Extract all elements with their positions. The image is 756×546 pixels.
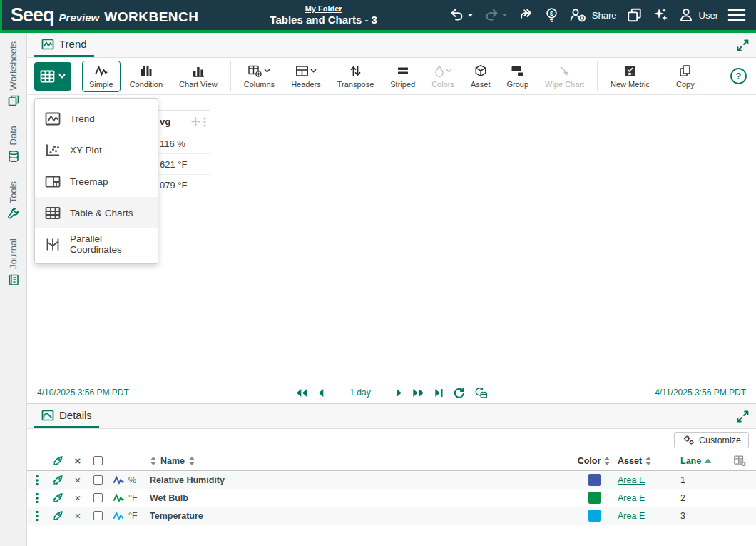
- sort-icon[interactable]: [603, 456, 611, 466]
- ai-assistant-icon[interactable]: [652, 6, 669, 24]
- step-forward-icon[interactable]: [397, 388, 403, 398]
- preview-table-cell[interactable]: 079 °F: [154, 175, 210, 196]
- investigate-all-icon[interactable]: [47, 455, 68, 466]
- name-column-header[interactable]: Name: [150, 456, 571, 466]
- remove-all-icon[interactable]: ×: [68, 455, 87, 467]
- trend-expand-icon[interactable]: [737, 39, 749, 51]
- row-kebab-menu-icon[interactable]: [27, 510, 47, 522]
- row-checkbox[interactable]: [93, 475, 103, 485]
- remove-icon[interactable]: ×: [68, 492, 87, 504]
- hamburger-menu-icon[interactable]: [727, 8, 746, 22]
- preview-table-header[interactable]: vg: [154, 111, 210, 133]
- headers-dropdown-button[interactable]: Headers: [284, 61, 328, 92]
- folder-breadcrumb-link[interactable]: My Folder: [305, 4, 342, 13]
- sort-icon[interactable]: [150, 456, 157, 466]
- investigate-icon[interactable]: [47, 510, 68, 521]
- asset-link[interactable]: Area E: [618, 511, 645, 521]
- details-row-relative-humidity[interactable]: × % Relative Humidity Area E 1: [27, 471, 756, 489]
- journal-icon: [7, 273, 20, 286]
- tab-trend[interactable]: Trend: [34, 33, 94, 57]
- color-swatch[interactable]: [588, 510, 601, 522]
- investigate-icon[interactable]: [47, 492, 68, 503]
- group-button[interactable]: Group: [499, 61, 536, 92]
- move-icon[interactable]: [191, 117, 200, 126]
- color-swatch[interactable]: [588, 474, 601, 486]
- user-label[interactable]: User: [699, 10, 718, 21]
- asset-column-header[interactable]: Asset: [618, 456, 680, 466]
- condition-mode-button[interactable]: Condition: [123, 61, 170, 92]
- new-metric-button[interactable]: New Metric: [603, 61, 657, 92]
- row-kebab-menu-icon[interactable]: [27, 475, 47, 486]
- sidebar-item-tools[interactable]: Tools: [7, 181, 20, 220]
- step-to-end-icon[interactable]: [435, 388, 444, 398]
- redo-icon[interactable]: [483, 7, 508, 23]
- range-end-datetime[interactable]: 4/11/2025 3:56 PM PDT: [655, 388, 746, 398]
- sidebar-item-worksheets[interactable]: Worksheets: [7, 41, 20, 107]
- color-cell: [571, 474, 618, 486]
- asset-button[interactable]: Asset: [464, 61, 498, 92]
- remove-icon[interactable]: ×: [68, 474, 87, 486]
- auto-update-icon[interactable]: [475, 387, 488, 398]
- menu-item-parallel-coordinates[interactable]: Parallel Coordinates: [35, 228, 158, 260]
- menu-item-table-charts[interactable]: Table & Charts: [35, 197, 158, 228]
- row-checkbox[interactable]: [93, 493, 103, 502]
- asset-link[interactable]: Area E: [618, 493, 645, 503]
- share-icon[interactable]: [568, 7, 587, 23]
- worksheets-panel-icon[interactable]: [626, 7, 643, 23]
- preview-table-cell[interactable]: 621 °F: [154, 154, 210, 175]
- step-back-icon[interactable]: [317, 388, 324, 398]
- menu-item-xy-plot[interactable]: XY Plot: [35, 134, 158, 166]
- row-kebab-menu-icon[interactable]: [27, 492, 47, 504]
- step-back-many-icon[interactable]: [295, 388, 307, 398]
- details-row-wet-bulb[interactable]: × °F Wet Bulb Area E 2: [27, 489, 756, 507]
- investigate-icon[interactable]: [47, 475, 68, 485]
- signal-name[interactable]: Relative Humidity: [150, 475, 571, 485]
- undo-icon[interactable]: [449, 7, 474, 23]
- share-label[interactable]: Share: [592, 10, 617, 21]
- add-column-icon[interactable]: [723, 455, 756, 467]
- details-row-temperature[interactable]: × °F Temperature Area E 3: [27, 507, 756, 525]
- colors-dropdown-button[interactable]: Colors: [424, 61, 461, 92]
- kebab-menu-icon[interactable]: [203, 117, 206, 127]
- value-search-icon[interactable]: $: [544, 7, 559, 23]
- view-type-dropdown-button[interactable]: [34, 62, 71, 91]
- customize-button[interactable]: Customize: [674, 432, 749, 448]
- wipe-chart-button[interactable]: Wipe Chart: [538, 61, 591, 92]
- sort-asc-icon[interactable]: [704, 457, 712, 464]
- signal-name[interactable]: Temperature: [150, 511, 571, 521]
- refresh-icon[interactable]: [454, 388, 465, 398]
- user-icon[interactable]: [678, 7, 694, 23]
- sidebar-worksheets-label: Worksheets: [8, 41, 19, 90]
- step-forward-many-icon[interactable]: [413, 388, 425, 398]
- sort-icon[interactable]: [188, 456, 195, 466]
- details-expand-icon[interactable]: [737, 410, 749, 423]
- simple-mode-button[interactable]: Simple: [82, 61, 121, 92]
- select-all-checkbox[interactable]: [93, 456, 103, 465]
- sidebar-item-journal[interactable]: Journal: [7, 238, 20, 286]
- chevron-down-icon: [446, 69, 452, 73]
- lane-cell: 1: [680, 475, 723, 485]
- lane-column-header[interactable]: Lane: [680, 456, 723, 466]
- tab-details[interactable]: Details: [34, 404, 99, 428]
- columns-dropdown-button[interactable]: Columns: [237, 61, 282, 92]
- asset-column-label: Asset: [618, 456, 642, 466]
- range-start-datetime[interactable]: 4/10/2025 3:56 PM PDT: [37, 388, 129, 398]
- color-swatch[interactable]: [588, 492, 601, 504]
- chart-view-button[interactable]: Chart View: [172, 61, 225, 92]
- striped-button[interactable]: Striped: [383, 61, 422, 92]
- menu-item-treemap[interactable]: Treemap: [35, 166, 158, 197]
- preview-table-cell[interactable]: 116 %: [154, 133, 210, 154]
- menu-item-trend[interactable]: Trend: [35, 103, 158, 134]
- help-icon[interactable]: ?: [730, 67, 747, 85]
- sidebar-item-data[interactable]: Data: [7, 126, 20, 162]
- copy-button[interactable]: Copy: [669, 61, 702, 92]
- remove-icon[interactable]: ×: [68, 510, 87, 522]
- sort-icon[interactable]: [645, 456, 652, 466]
- signal-name[interactable]: Wet Bulb: [150, 493, 571, 503]
- duration-label[interactable]: 1 day: [349, 388, 370, 398]
- transpose-button[interactable]: Transpose: [330, 61, 382, 92]
- asset-link[interactable]: Area E: [618, 475, 645, 485]
- redo-all-icon[interactable]: [517, 7, 535, 23]
- row-checkbox[interactable]: [93, 511, 103, 520]
- color-column-header[interactable]: Color: [571, 456, 618, 466]
